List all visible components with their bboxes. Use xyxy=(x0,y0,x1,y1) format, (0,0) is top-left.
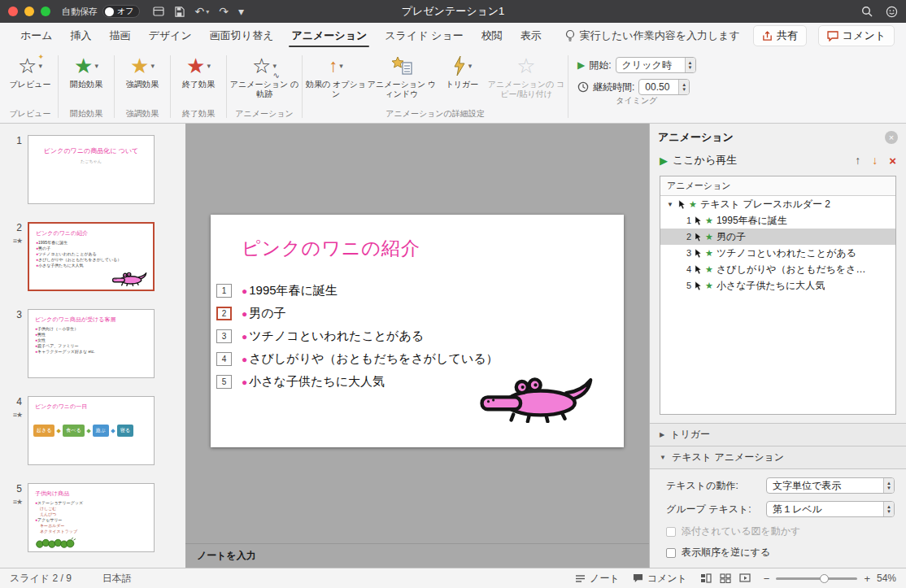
slideshow-view-icon[interactable] xyxy=(739,573,751,583)
zoom-slider[interactable] xyxy=(776,577,857,580)
group-text-dropdown[interactable]: 第１レベル ▲▼ xyxy=(766,501,895,517)
text-behavior-stepper-icon[interactable]: ▲▼ xyxy=(883,478,894,493)
slide-title[interactable]: ピンクのワニの紹介 xyxy=(211,215,624,261)
animation-root-row[interactable]: ▼ ★ テキスト プレースホルダー 2 xyxy=(660,196,895,212)
group-text-stepper-icon[interactable]: ▲▼ xyxy=(883,502,894,516)
emphasis-effect-button[interactable]: ★ ▾ 強調効果 xyxy=(117,53,168,89)
notes-pane[interactable]: ノートを入力 xyxy=(185,543,649,568)
search-icon[interactable] xyxy=(861,6,873,17)
animation-order-badge-selected[interactable]: 2 xyxy=(216,307,232,320)
animation-item-2-selected[interactable]: 2 ★ 男の子 xyxy=(660,229,895,245)
exit-star-icon: ★ xyxy=(186,55,205,76)
zoom-window-button[interactable] xyxy=(41,7,50,16)
quick-access-chevron-icon[interactable]: ▾ xyxy=(238,5,244,18)
tab-insert[interactable]: 挿入 xyxy=(62,23,101,49)
animation-order-badge[interactable]: 1 xyxy=(216,284,232,298)
account-icon[interactable] xyxy=(886,6,898,18)
animation-order-badge[interactable]: 5 xyxy=(216,375,232,389)
crocodile-image[interactable] xyxy=(477,376,599,423)
zoom-slider-knob[interactable] xyxy=(820,574,829,583)
thumbnail-slide-2[interactable]: 2 ≡★ ピンクのワニの紹介 ●1995年春に誕生 ●男の子 ●ツチノコといわれ… xyxy=(0,222,185,291)
collapse-icon[interactable]: ▼ xyxy=(660,454,666,461)
close-window-button[interactable] xyxy=(8,7,18,16)
effect-options-chevron-icon: ▾ xyxy=(339,62,343,70)
trigger-chevron-icon: ▾ xyxy=(468,62,473,70)
undo-button[interactable]: ↶ ▾ xyxy=(194,5,209,18)
autosave-control[interactable]: 自動保存 オフ xyxy=(62,5,140,18)
reverse-order-checkbox[interactable]: 表示順序を逆にする xyxy=(661,546,895,560)
undo-chevron-icon[interactable]: ▾ xyxy=(206,8,209,15)
ribbon-display-button[interactable] xyxy=(153,7,164,16)
animation-pane-title: アニメーション xyxy=(658,130,734,145)
slide-canvas[interactable]: ピンクのワニの紹介 1 ●1995年春に誕生 2 ●男の子 3 ●ツチノコといわ xyxy=(211,215,624,447)
preview-button[interactable]: ☆ ✦ ▾ プレビュー xyxy=(5,53,55,89)
zoom-in-icon[interactable]: + xyxy=(864,573,870,585)
trigger-button[interactable]: ▾ トリガー xyxy=(437,53,487,89)
animation-item-5[interactable]: 5 ★ 小さな子供たちに大人気 xyxy=(660,277,895,294)
comments-toggle-button[interactable]: コメント xyxy=(633,572,687,586)
checkbox-icon[interactable] xyxy=(666,548,676,558)
animation-indicator-icon[interactable]: ≡★ xyxy=(13,411,22,419)
comments-button[interactable]: コメント xyxy=(818,25,895,46)
minimize-window-button[interactable] xyxy=(24,7,34,16)
animation-order-badge[interactable]: 4 xyxy=(216,352,232,366)
play-from-icon[interactable]: ▶ xyxy=(660,155,668,167)
bullet-icon: ● xyxy=(242,377,247,388)
close-pane-icon[interactable]: × xyxy=(885,131,898,144)
tab-transitions[interactable]: 画面切り替え xyxy=(201,23,283,49)
play-from-label[interactable]: ここから再生 xyxy=(673,153,737,168)
language-indicator[interactable]: 日本語 xyxy=(102,572,132,586)
group-advanced: ↑ ▾ 効果の オプション アニ xyxy=(305,49,565,123)
bullet-icon: ● xyxy=(242,354,247,365)
connector-diamond-icon xyxy=(111,429,115,433)
thumbnail-slide-4[interactable]: 4 ≡★ ピンクのワニの一日 起きる 食べる 遊ぶ 寝る xyxy=(0,396,185,465)
emphasis-chevron-icon: ▾ xyxy=(150,62,155,70)
start-stepper-icon[interactable]: ▲▼ xyxy=(685,58,695,72)
slide-sorter-view-icon[interactable] xyxy=(720,573,731,583)
tab-home[interactable]: ホーム xyxy=(11,23,62,49)
normal-view-icon[interactable] xyxy=(700,573,712,583)
tab-animations[interactable]: アニメーション xyxy=(282,23,376,49)
tab-slideshow[interactable]: スライド ショー xyxy=(376,23,472,49)
bullet-icon: ● xyxy=(242,331,247,342)
animation-item-4[interactable]: 4 ★ さびしがりや（おともだちをさ… xyxy=(660,261,895,277)
exit-chevron-icon: ▾ xyxy=(207,62,211,70)
move-up-icon[interactable]: ↑ xyxy=(855,154,860,168)
tell-me-box[interactable]: 実行したい作業内容を入力します xyxy=(565,28,740,43)
animation-item-1[interactable]: 1 ★ 1995年春に誕生 xyxy=(660,212,895,229)
tab-review[interactable]: 校閲 xyxy=(473,23,512,49)
share-button[interactable]: 共有 xyxy=(753,25,807,46)
entrance-effect-button[interactable]: ★ ▾ 開始効果 xyxy=(61,53,111,89)
save-button[interactable] xyxy=(174,7,185,17)
autosave-state: オフ xyxy=(117,6,133,17)
animation-indicator-icon[interactable]: ≡★ xyxy=(13,237,22,245)
move-down-icon[interactable]: ↓ xyxy=(872,154,878,168)
text-behavior-dropdown[interactable]: 文字単位で表示 ▲▼ xyxy=(766,477,895,494)
thumbnail-slide-3[interactable]: 3 ピンクのワニ商品が受ける客層 ●子供向け（～小学生） ●男性 ●女性 ●親子… xyxy=(0,309,185,378)
animation-pane-button[interactable]: アニメーション ウィンドウ xyxy=(367,53,437,99)
effect-options-button[interactable]: ↑ ▾ 効果の オプション xyxy=(305,53,367,99)
thumbnail-slide-1[interactable]: 1 ピンクのワニの商品化に ついて たごちゃん xyxy=(0,135,185,204)
thumbnail-slide-5[interactable]: 5 ≡★ 子供向け商品 ●ステーショナリーグッズ けしごむ えんぴつ ●アクセサ… xyxy=(0,483,185,552)
animation-item-3[interactable]: 3 ★ ツチノコといわれたことがある xyxy=(660,245,895,261)
duration-field[interactable]: 00.50 ▲▼ xyxy=(638,79,690,95)
redo-button[interactable]: ↷ xyxy=(219,5,229,18)
zoom-out-icon[interactable]: − xyxy=(764,573,770,585)
duration-stepper-icon[interactable]: ▲▼ xyxy=(678,80,689,94)
text-animation-section-header[interactable]: ▼ テキスト アニメーション xyxy=(650,446,906,469)
motion-path-button[interactable]: ☆ ∿ ▾ アニメーション の軌跡 xyxy=(229,53,299,99)
delete-animation-icon[interactable]: × xyxy=(889,154,896,168)
tab-draw[interactable]: 描画 xyxy=(101,23,140,49)
tab-design[interactable]: デザイン xyxy=(140,23,201,49)
start-dropdown[interactable]: クリック時 ▲▼ xyxy=(616,57,696,73)
tab-view[interactable]: 表示 xyxy=(512,23,551,49)
animation-order-badge[interactable]: 3 xyxy=(216,329,232,343)
zoom-percent[interactable]: 54% xyxy=(877,573,896,584)
notes-toggle-button[interactable]: ノート xyxy=(575,572,620,586)
autosave-toggle[interactable]: オフ xyxy=(102,5,140,18)
exit-effect-button[interactable]: ★ ▾ 終了効果 xyxy=(173,53,224,89)
animation-indicator-icon[interactable]: ≡★ xyxy=(13,498,22,506)
trigger-section-header[interactable]: ▶ トリガー xyxy=(650,423,906,446)
expand-icon[interactable]: ▶ xyxy=(660,431,664,438)
collapse-icon[interactable]: ▼ xyxy=(667,201,675,208)
